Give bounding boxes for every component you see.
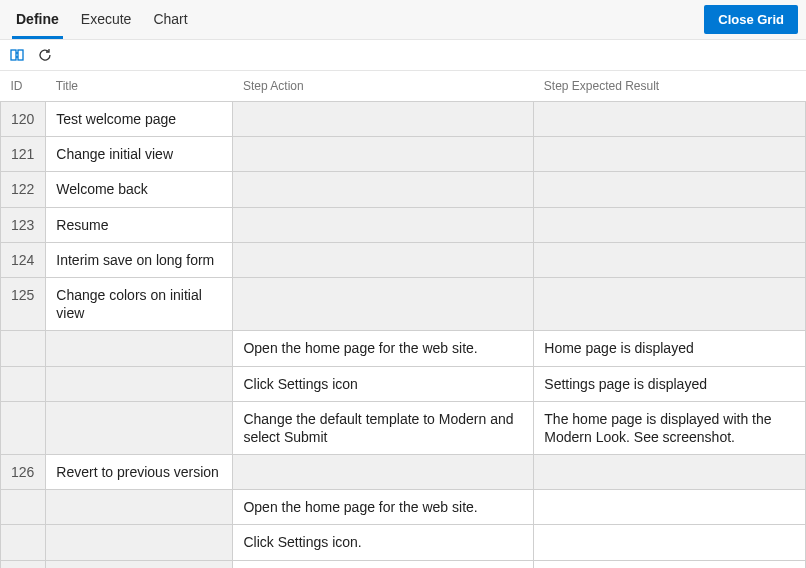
- cell-id[interactable]: [1, 490, 46, 525]
- cell-id[interactable]: [1, 401, 46, 454]
- table-row[interactable]: 120Test welcome page: [1, 102, 806, 137]
- table-row[interactable]: Open the home page for the web site.Home…: [1, 331, 806, 366]
- test-grid: ID Title Step Action Step Expected Resul…: [0, 71, 806, 568]
- columns-icon[interactable]: [8, 46, 26, 64]
- cell-id[interactable]: 126: [1, 455, 46, 490]
- cell-step-result[interactable]: [534, 137, 806, 172]
- table-row[interactable]: Change the default template to Modern an…: [1, 401, 806, 454]
- cell-id[interactable]: 120: [1, 102, 46, 137]
- col-header-id[interactable]: ID: [1, 71, 46, 102]
- cell-title[interactable]: Resume: [46, 207, 233, 242]
- cell-id[interactable]: [1, 331, 46, 366]
- cell-title[interactable]: Test welcome page: [46, 102, 233, 137]
- cell-title[interactable]: [46, 560, 233, 568]
- table-row[interactable]: 126Revert to previous version: [1, 455, 806, 490]
- cell-title[interactable]: [46, 366, 233, 401]
- table-row[interactable]: 125Change colors on initial view: [1, 277, 806, 330]
- svg-rect-0: [11, 50, 16, 60]
- table-row[interactable]: 121Change initial view: [1, 137, 806, 172]
- cell-step-result[interactable]: [534, 172, 806, 207]
- col-header-title[interactable]: Title: [46, 71, 233, 102]
- col-header-result[interactable]: Step Expected Result: [534, 71, 806, 102]
- cell-step-result[interactable]: The home page is displayed with the Mode…: [534, 401, 806, 454]
- cell-step-action[interactable]: Click Settings icon: [233, 366, 534, 401]
- table-row[interactable]: Click Settings iconSettings page is disp…: [1, 366, 806, 401]
- cell-step-action[interactable]: Open the home page for the web site.: [233, 490, 534, 525]
- cell-step-action[interactable]: [233, 242, 534, 277]
- table-row[interactable]: 122Welcome back: [1, 172, 806, 207]
- cell-title[interactable]: Change colors on initial view: [46, 277, 233, 330]
- cell-id[interactable]: [1, 560, 46, 568]
- table-row[interactable]: 124Interim save on long form: [1, 242, 806, 277]
- cell-id[interactable]: [1, 525, 46, 560]
- cell-step-action[interactable]: Click Settings icon.: [233, 525, 534, 560]
- cell-step-result[interactable]: [534, 102, 806, 137]
- cell-id[interactable]: 121: [1, 137, 46, 172]
- table-row[interactable]: 123Resume: [1, 207, 806, 242]
- tab-bar: Define Execute Chart: [12, 1, 192, 39]
- cell-step-action[interactable]: [233, 102, 534, 137]
- cell-title[interactable]: Interim save on long form: [46, 242, 233, 277]
- cell-step-result[interactable]: [534, 525, 806, 560]
- col-header-action[interactable]: Step Action: [233, 71, 534, 102]
- cell-step-action[interactable]: Change the default template to Modern an…: [233, 401, 534, 454]
- cell-id[interactable]: 124: [1, 242, 46, 277]
- cell-id[interactable]: [1, 366, 46, 401]
- cell-step-action[interactable]: [233, 137, 534, 172]
- cell-id[interactable]: 122: [1, 172, 46, 207]
- header-row: ID Title Step Action Step Expected Resul…: [1, 71, 806, 102]
- table-row[interactable]: Select Use previous version: [1, 560, 806, 568]
- close-grid-button[interactable]: Close Grid: [704, 5, 798, 34]
- cell-step-result[interactable]: [534, 277, 806, 330]
- cell-title[interactable]: [46, 490, 233, 525]
- cell-step-action[interactable]: [233, 455, 534, 490]
- tab-define[interactable]: Define: [12, 1, 63, 39]
- top-toolbar: Define Execute Chart Close Grid: [0, 0, 806, 40]
- cell-title[interactable]: [46, 331, 233, 366]
- cell-step-result[interactable]: [534, 207, 806, 242]
- svg-rect-1: [18, 50, 23, 60]
- cell-title[interactable]: [46, 525, 233, 560]
- tab-execute[interactable]: Execute: [77, 1, 136, 39]
- refresh-icon[interactable]: [36, 46, 54, 64]
- cell-step-action[interactable]: Open the home page for the web site.: [233, 331, 534, 366]
- cell-step-result[interactable]: Settings page is displayed: [534, 366, 806, 401]
- cell-title[interactable]: Revert to previous version: [46, 455, 233, 490]
- cell-title[interactable]: Change initial view: [46, 137, 233, 172]
- cell-step-action[interactable]: [233, 207, 534, 242]
- cell-id[interactable]: 125: [1, 277, 46, 330]
- cell-step-result[interactable]: [534, 560, 806, 568]
- cell-step-action[interactable]: [233, 277, 534, 330]
- cell-step-result[interactable]: [534, 242, 806, 277]
- cell-title[interactable]: Welcome back: [46, 172, 233, 207]
- table-row[interactable]: Open the home page for the web site.: [1, 490, 806, 525]
- secondary-toolbar: [0, 40, 806, 71]
- cell-id[interactable]: 123: [1, 207, 46, 242]
- cell-step-action[interactable]: [233, 172, 534, 207]
- cell-step-result[interactable]: [534, 455, 806, 490]
- cell-step-result[interactable]: Home page is displayed: [534, 331, 806, 366]
- tab-chart[interactable]: Chart: [149, 1, 191, 39]
- cell-title[interactable]: [46, 401, 233, 454]
- cell-step-result[interactable]: [534, 490, 806, 525]
- cell-step-action[interactable]: Select Use previous version: [233, 560, 534, 568]
- table-row[interactable]: Click Settings icon.: [1, 525, 806, 560]
